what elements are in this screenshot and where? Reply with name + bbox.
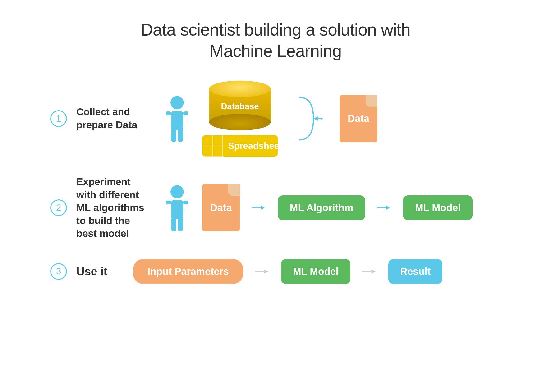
step-1-row: 1 Collect and prepare Data [50,81,501,156]
spreadsheets-label: Spreadsheets [223,141,278,151]
svg-rect-11 [178,218,183,231]
page-title: Data scientist building a solution with … [141,19,410,62]
step-3-row: 3 Use it Input Parameters ML Model [50,259,501,284]
step-1-data-file: Data [340,95,377,142]
step-1-label: Collect and prepare Data [76,105,152,131]
input-parameters-box: Input Parameters [133,259,243,284]
step-2-ml-model-box: ML Model [403,196,473,220]
step-3-arrow-2 [362,267,377,276]
svg-rect-12 [167,201,171,204]
ml-algorithm-box: ML Algorithm [278,196,365,220]
step-2-person-icon [167,183,188,232]
step-2-arrow-2 [377,203,391,212]
step-2-number: 2 [50,199,67,216]
cylinder-bottom [209,114,271,130]
step-1-bracket-arrow [294,92,323,145]
step-1-sources: Database Spreadsheets [202,81,278,156]
step-3-ml-model-box: ML Model [281,259,350,284]
svg-marker-19 [264,269,268,273]
grid-cell-1 [202,135,212,146]
svg-rect-3 [178,129,183,142]
grid-cell-3 [202,146,212,156]
svg-rect-5 [183,112,188,115]
svg-point-0 [170,96,184,109]
svg-rect-9 [171,200,183,219]
svg-rect-10 [171,218,176,231]
svg-marker-21 [371,269,376,273]
step-2-row: 2 Experiment with different ML algorithm… [50,175,501,240]
step-3-arrow-1 [255,267,269,276]
svg-rect-4 [167,112,171,115]
grid-cell-4 [212,146,223,156]
svg-marker-15 [261,206,265,210]
svg-rect-2 [171,129,176,142]
step-3-label: Use it [76,264,124,279]
svg-marker-7 [321,117,323,120]
step-1-data-label: Data [348,113,369,124]
step-1-person-icon [167,94,188,143]
svg-rect-13 [183,201,188,204]
step-2-data-file: Data [202,184,240,231]
spreadsheet-grid-icon [202,135,223,156]
page-container: Data scientist building a solution with … [0,0,551,392]
step-2-label: Experiment with different ML algorithms … [76,175,152,240]
svg-rect-1 [171,111,183,130]
steps-container: 1 Collect and prepare Data [50,81,501,284]
step-3-number: 3 [50,263,67,280]
step-1-number: 1 [50,110,67,127]
step-2-arrow-1 [252,203,266,212]
result-box: Result [388,259,442,284]
grid-cell-2 [212,135,223,146]
svg-point-8 [170,185,184,198]
database-cylinder: Database [209,81,271,130]
svg-marker-17 [386,206,390,210]
step-2-data-input-label: Data [210,202,232,213]
database-label: Database [221,101,259,112]
cylinder-top [209,81,271,97]
spreadsheets-box: Spreadsheets [202,135,278,156]
